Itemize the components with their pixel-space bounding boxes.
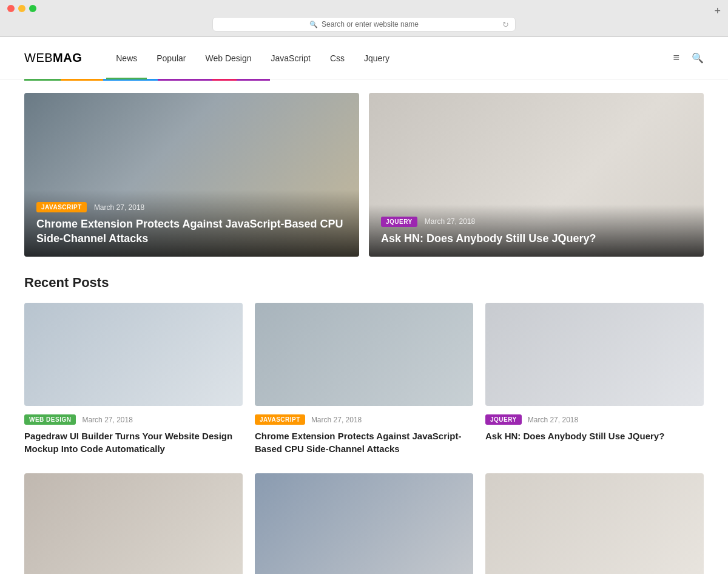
hero-overlay-1: JQUERY March 27, 2018 Ask HN: Does Anybo… [369,204,704,257]
browser-chrome: 🔍 Search or enter website name ↻ + [0,0,728,37]
bottom-posts-grid [24,473,704,574]
close-dot[interactable] [7,5,15,12]
nav-item-jquery[interactable]: Jquery [354,37,399,79]
nav-underline-0 [24,79,61,81]
address-bar[interactable]: 🔍 Search or enter website name ↻ [212,17,516,32]
post-image-wrap-1 [255,303,473,406]
bottom-post-image-wrap-2 [485,473,704,574]
bottom-posts-section [0,467,728,574]
post-date-0: March 27, 2018 [82,416,132,424]
hero-title-0: Chrome Extension Protects Against JavaSc… [36,217,347,246]
recent-posts-section: Recent Posts WEB DESIGN March 27, 2018 P… [0,269,728,467]
nav-item-web-design[interactable]: Web Design [196,37,261,79]
post-image-wrap-2 [485,303,704,406]
recent-posts-title: Recent Posts [24,275,704,291]
post-image-1 [255,303,473,406]
site-logo[interactable]: WEBMAG [24,51,82,65]
post-image-0 [24,303,243,406]
nav-item-javascript[interactable]: JavaScript [261,37,320,79]
bottom-post-card-1[interactable] [255,473,473,574]
browser-dots [7,5,721,12]
post-meta-0: WEB DESIGN March 27, 2018 [24,414,243,425]
post-card-1[interactable]: JAVASCRIPT March 27, 2018 Chrome Extensi… [255,303,473,455]
post-meta-2: JQUERY March 27, 2018 [485,414,704,425]
hero-meta-1: JQUERY March 27, 2018 [381,217,692,227]
maximize-dot[interactable] [29,5,36,12]
post-tag-1: JAVASCRIPT [255,414,305,425]
hero-title-1: Ask HN: Does Anybody Still Use JQuery? [381,232,692,246]
hero-tag-0: JAVASCRIPT [36,202,87,212]
post-title-2: Ask HN: Does Anybody Still Use JQuery? [485,430,704,442]
reload-button[interactable]: ↻ [502,20,509,29]
hero-card-0[interactable]: JAVASCRIPT March 27, 2018 Chrome Extensi… [24,93,359,257]
post-card-2[interactable]: JQUERY March 27, 2018 Ask HN: Does Anybo… [485,303,704,455]
hero-meta-0: JAVASCRIPT March 27, 2018 [36,202,347,212]
main-nav: NewsPopularWeb DesignJavaScriptCssJquery [106,37,673,79]
nav-item-popular[interactable]: Popular [147,37,195,79]
new-tab-button[interactable]: + [714,5,721,18]
post-image-2 [485,303,704,406]
bottom-post-image-1 [255,473,473,574]
page-content: WEBMAG NewsPopularWeb DesignJavaScriptCs… [0,37,728,574]
minimize-dot[interactable] [18,5,25,12]
post-image-wrap-0 [24,303,243,406]
post-date-1: March 27, 2018 [311,416,362,424]
bottom-post-image-2 [485,473,704,574]
post-tag-0: WEB DESIGN [24,414,76,425]
nav-underline-1 [61,79,103,81]
nav-right: ≡ 🔍 [673,52,704,64]
post-date-2: March 27, 2018 [528,416,578,424]
post-tag-2: JQUERY [485,414,522,425]
bottom-post-image-0 [24,473,243,574]
posts-grid: WEB DESIGN March 27, 2018 Pagedraw UI Bu… [24,303,704,455]
hero-tag-1: JQUERY [381,217,417,227]
hero-card-1[interactable]: JQUERY March 27, 2018 Ask HN: Does Anybo… [369,93,704,257]
search-icon[interactable]: 🔍 [692,52,704,64]
hero-section: JAVASCRIPT March 27, 2018 Chrome Extensi… [0,81,728,269]
bottom-post-card-2[interactable] [485,473,704,574]
bottom-post-image-wrap-0 [24,473,243,574]
post-meta-1: JAVASCRIPT March 27, 2018 [255,414,473,425]
menu-icon[interactable]: ≡ [673,52,679,64]
post-title-1: Chrome Extension Protects Against JavaSc… [255,430,473,455]
nav-item-css[interactable]: Css [320,37,354,79]
site-header: WEBMAG NewsPopularWeb DesignJavaScriptCs… [0,37,728,79]
hero-date-0: March 27, 2018 [94,203,144,212]
bottom-post-card-0[interactable] [24,473,243,574]
post-title-0: Pagedraw UI Builder Turns Your Website D… [24,430,243,455]
hero-date-1: March 27, 2018 [425,217,475,226]
search-icon: 🔍 [309,21,318,29]
post-card-0[interactable]: WEB DESIGN March 27, 2018 Pagedraw UI Bu… [24,303,243,455]
hero-overlay-0: JAVASCRIPT March 27, 2018 Chrome Extensi… [24,190,359,257]
nav-item-news[interactable]: News [106,37,147,79]
bottom-post-image-wrap-1 [255,473,473,574]
address-placeholder: Search or enter website name [322,20,419,29]
